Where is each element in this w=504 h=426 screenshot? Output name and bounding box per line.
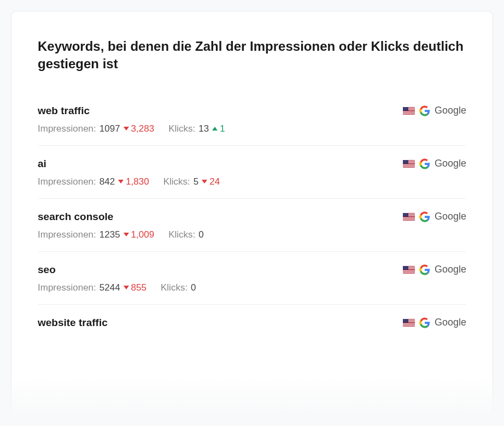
impressions-label: Impressionen:	[38, 229, 96, 240]
caret-up-icon	[212, 127, 218, 131]
impressions-value: 1097	[99, 123, 120, 134]
keyword-row-head: web traffic Google	[38, 105, 466, 117]
us-flag-icon	[403, 319, 415, 327]
google-icon	[419, 158, 430, 169]
keyword-name: website traffic	[38, 317, 108, 329]
clicks-label: Klicks:	[161, 282, 187, 293]
engine-name: Google	[435, 211, 466, 222]
keyword-row[interactable]: seo GoogleImpressionen:5244855Klicks:0	[38, 252, 466, 305]
impressions-delta: 1,009	[124, 229, 155, 240]
us-flag-icon	[403, 266, 415, 274]
keyword-list: web traffic GoogleImpressionen:10973,283…	[38, 93, 466, 346]
clicks-label: Klicks:	[168, 123, 195, 134]
clicks-delta: 24	[202, 176, 220, 187]
keyword-stats: Impressionen:12351,009Klicks:0	[38, 229, 466, 240]
keyword-name: seo	[38, 264, 56, 276]
engine-name: Google	[435, 317, 466, 328]
keyword-row-head: search console Google	[38, 211, 466, 223]
search-engine: Google	[403, 105, 466, 116]
google-icon	[419, 211, 430, 222]
search-engine: Google	[403, 317, 466, 328]
keyword-row-head: seo Google	[38, 264, 466, 276]
search-engine: Google	[403, 264, 466, 275]
search-engine: Google	[403, 211, 466, 222]
impressions-label: Impressionen:	[38, 282, 96, 293]
us-flag-icon	[403, 213, 415, 221]
clicks-stat: Klicks:524	[163, 176, 220, 187]
google-icon	[419, 105, 430, 116]
caret-down-icon	[202, 180, 207, 184]
clicks-value: 0	[191, 282, 196, 293]
keyword-row[interactable]: search console GoogleImpressionen:12351,…	[38, 199, 466, 252]
caret-down-icon	[124, 127, 129, 131]
impressions-delta: 855	[124, 282, 146, 293]
impressions-value: 1235	[99, 229, 120, 240]
clicks-delta-value: 1	[220, 123, 225, 134]
keyword-row-head: ai Google	[38, 158, 466, 170]
google-icon	[419, 317, 430, 328]
keyword-row[interactable]: web traffic GoogleImpressionen:10973,283…	[38, 93, 466, 146]
keyword-row[interactable]: website traffic Google	[38, 305, 466, 346]
impressions-delta-value: 855	[131, 282, 146, 293]
engine-name: Google	[435, 105, 466, 116]
keyword-name: web traffic	[38, 105, 90, 117]
caret-down-icon	[118, 180, 124, 184]
clicks-stat: Klicks:131	[168, 123, 225, 134]
keyword-row-head: website traffic Google	[38, 317, 466, 329]
card-title: Keywords, bei denen die Zahl der Impress…	[38, 38, 466, 73]
clicks-value: 13	[198, 123, 209, 134]
keyword-stats: Impressionen:8421,830Klicks:524	[38, 176, 466, 187]
caret-down-icon	[124, 286, 129, 289]
keyword-name: search console	[38, 211, 113, 223]
us-flag-icon	[403, 160, 415, 168]
keyword-row[interactable]: ai GoogleImpressionen:8421,830Klicks:524	[38, 146, 466, 199]
search-engine: Google	[403, 158, 466, 169]
impressions-stat: Impressionen:10973,283	[38, 123, 154, 134]
engine-name: Google	[435, 264, 466, 275]
clicks-label: Klicks:	[168, 229, 195, 240]
clicks-stat: Klicks:0	[168, 229, 204, 240]
impressions-label: Impressionen:	[38, 176, 96, 187]
impressions-delta-value: 1,009	[131, 229, 155, 240]
us-flag-icon	[403, 107, 415, 115]
caret-down-icon	[124, 233, 129, 236]
impressions-stat: Impressionen:12351,009	[38, 229, 154, 240]
keyword-stats: Impressionen:10973,283Klicks:131	[38, 123, 466, 134]
keyword-name: ai	[38, 158, 46, 170]
impressions-stat: Impressionen:5244855	[38, 282, 146, 293]
keywords-card: Keywords, bei denen die Zahl der Impress…	[11, 11, 493, 415]
impressions-value: 842	[99, 176, 115, 187]
clicks-stat: Klicks:0	[161, 282, 196, 293]
impressions-delta-value: 1,830	[126, 176, 149, 187]
impressions-stat: Impressionen:8421,830	[38, 176, 149, 187]
engine-name: Google	[435, 158, 466, 169]
impressions-value: 5244	[99, 282, 120, 293]
keyword-stats: Impressionen:5244855Klicks:0	[38, 282, 466, 293]
impressions-label: Impressionen:	[38, 123, 96, 134]
impressions-delta: 1,830	[118, 176, 149, 187]
impressions-delta-value: 3,283	[131, 123, 155, 134]
google-icon	[419, 264, 430, 275]
clicks-delta: 1	[212, 123, 225, 134]
clicks-label: Klicks:	[163, 176, 190, 187]
clicks-delta-value: 24	[209, 176, 220, 187]
clicks-value: 0	[198, 229, 203, 240]
impressions-delta: 3,283	[124, 123, 155, 134]
clicks-value: 5	[194, 176, 198, 187]
